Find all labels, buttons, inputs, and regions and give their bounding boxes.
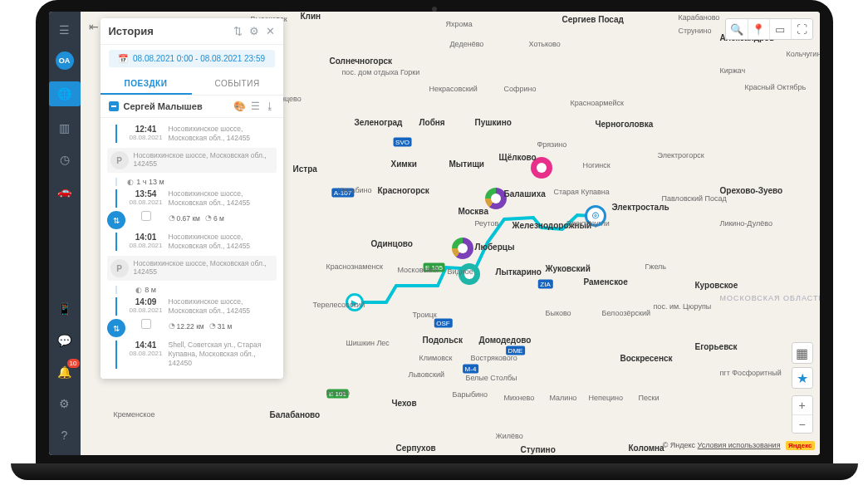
trip-address: Носовихинское шоссе, Московская обл., 14… [165, 189, 278, 208]
settings-icon[interactable]: ⚙ [55, 394, 75, 414]
date-range-button[interactable]: 📅 08.08.2021 0:00 - 08.08.2021 23:59 [109, 50, 275, 67]
parking-icon: P [110, 259, 129, 277]
zoom-in-button[interactable]: + [792, 396, 812, 414]
history-panel: История ⇅ ⚙ ✕ 📅 08.08.2021 0:00 - 08.08.… [101, 18, 283, 379]
user-avatar[interactable]: OA [56, 51, 74, 70]
trip-duration: 6 м [205, 213, 224, 223]
trip-address: Носовихинское шоссе, Московская обл., 14… [165, 233, 278, 251]
trip-time: 13:54 [127, 189, 165, 198]
parking-duration: 8 м [127, 286, 165, 294]
trip-date: 08.08.2021 [127, 134, 165, 141]
zoom-control: + − [792, 395, 813, 434]
tab-trips[interactable]: ПОЕЗДКИ [101, 74, 192, 95]
trip-date: 08.08.2021 [127, 350, 165, 357]
parking-duration: 1 ч 13 м [127, 178, 165, 186]
trip-address: Носовихинское шоссе, Московская обл., 14… [165, 125, 278, 143]
trip-timeline: 12:41 08.08.2021 Носовихинское шоссе, Мо… [101, 118, 283, 379]
trip-distance: 0.67 км [169, 213, 200, 223]
phone-icon[interactable]: 📱 [55, 299, 75, 319]
road-badge-m4: М-4 [463, 365, 479, 374]
cluster-marker-2[interactable] [531, 157, 552, 179]
trip-address: Носовихинское шоссе, Московская обл., 14… [165, 297, 278, 316]
avatar-initials: OA [59, 56, 71, 65]
driver-name: Сергей Малышев [124, 101, 228, 111]
cluster-marker-4[interactable] [459, 263, 480, 285]
nav-car-icon[interactable]: 🚗 [55, 181, 75, 201]
parking-block[interactable]: P Носовихинское шоссе, Московская обл., … [107, 148, 277, 173]
trip-time: 14:41 [127, 341, 165, 350]
route-segment-icon[interactable]: ⇅ [107, 211, 125, 229]
trip-time: 14:09 [127, 297, 165, 306]
map-attribution: © Яндекс Условия использования Яндекс [663, 441, 815, 450]
trip-time: 12:41 [127, 125, 165, 134]
rectangle-select-icon[interactable]: ▭ [769, 19, 791, 39]
panel-title: История [109, 25, 227, 37]
close-icon[interactable]: ✕ [266, 25, 275, 37]
trip-time: 14:01 [127, 233, 165, 242]
cluster-marker-3[interactable] [452, 238, 473, 259]
date-range-text: 08.08.2021 0:00 - 08.08.2021 23:59 [133, 54, 265, 63]
route-finish-marker[interactable]: ⦾ [585, 205, 606, 227]
trip-duration: 31 м [209, 321, 233, 331]
calendar-icon: 📅 [118, 54, 128, 63]
route-segment-icon[interactable]: ⇅ [107, 319, 125, 337]
trip-distance: 12.22 км [169, 321, 204, 331]
palette-icon[interactable]: 🎨 [233, 100, 246, 112]
nav-stats-icon[interactable]: ▥ [55, 118, 75, 138]
segment-checkbox[interactable] [141, 211, 151, 221]
zoom-out-button[interactable]: − [792, 414, 812, 433]
parking-address: Носовихинское шоссе, Московская обл., 14… [134, 151, 273, 168]
road-badge-e101: E 101 [326, 390, 349, 399]
nav-clock-icon[interactable]: ◷ [55, 149, 75, 169]
search-icon[interactable]: 🔍 [726, 19, 748, 39]
chat-icon[interactable]: 💬 [55, 331, 75, 350]
route-start-marker[interactable]: ▶ [346, 293, 364, 311]
airport-osf: OSF [434, 319, 452, 328]
road-badge-a107: А-107 [331, 189, 354, 198]
layers-icon[interactable]: ▦ [792, 342, 813, 364]
list-icon[interactable]: ☰ [251, 100, 260, 112]
trip-date: 08.08.2021 [127, 242, 165, 249]
marker-icon[interactable]: 📍 [748, 19, 769, 39]
airport-svo: SVO [393, 138, 412, 147]
trip-date: 08.08.2021 [127, 198, 165, 206]
notifications-icon[interactable]: 🔔10 [55, 362, 75, 382]
nav-globe-icon[interactable]: 🌐 [49, 81, 81, 106]
airport-dme: DME [506, 346, 526, 355]
notification-badge: 10 [67, 359, 80, 368]
airport-zia: ZIA [537, 280, 552, 289]
cluster-marker-1[interactable] [485, 188, 507, 209]
favorites-icon[interactable]: ★ [792, 367, 813, 389]
trip-address: Shell, Советская ул., Старая Купавна, Мо… [165, 341, 278, 368]
parking-icon: P [110, 151, 129, 169]
left-rail: ☰ OA 🌐 ▥ ◷ 🚗 📱 💬 🔔10 ⚙ ? [49, 12, 81, 455]
tab-events[interactable]: СОБЫТИЯ [192, 74, 283, 95]
driver-checkbox[interactable] [109, 101, 119, 111]
segment-checkbox[interactable] [141, 319, 151, 329]
road-badge-e105: E 105 [423, 263, 445, 272]
fullscreen-icon[interactable]: ⛶ [791, 19, 812, 39]
menu-toggle-icon[interactable]: ☰ [55, 20, 75, 40]
trip-date: 08.08.2021 [127, 306, 165, 314]
gear-icon[interactable]: ⚙ [249, 25, 259, 37]
attrib-prefix: © Яндекс [663, 441, 698, 449]
map-toolbar: 🔍 📍 ▭ ⛶ [725, 18, 813, 40]
parking-address: Носовихинское шоссе, Московская обл., 14… [134, 259, 273, 276]
filter-icon[interactable]: ⇅ [233, 25, 243, 37]
panel-collapse-icon[interactable]: ⇤ [89, 20, 99, 33]
download-icon[interactable]: ⭳ [265, 100, 275, 112]
terms-link[interactable]: Условия использования [698, 441, 781, 449]
parking-block[interactable]: P Носовихинское шоссе, Московская обл., … [107, 256, 277, 281]
help-icon[interactable]: ? [55, 425, 75, 445]
yandex-logo: Яндекс [786, 441, 814, 450]
